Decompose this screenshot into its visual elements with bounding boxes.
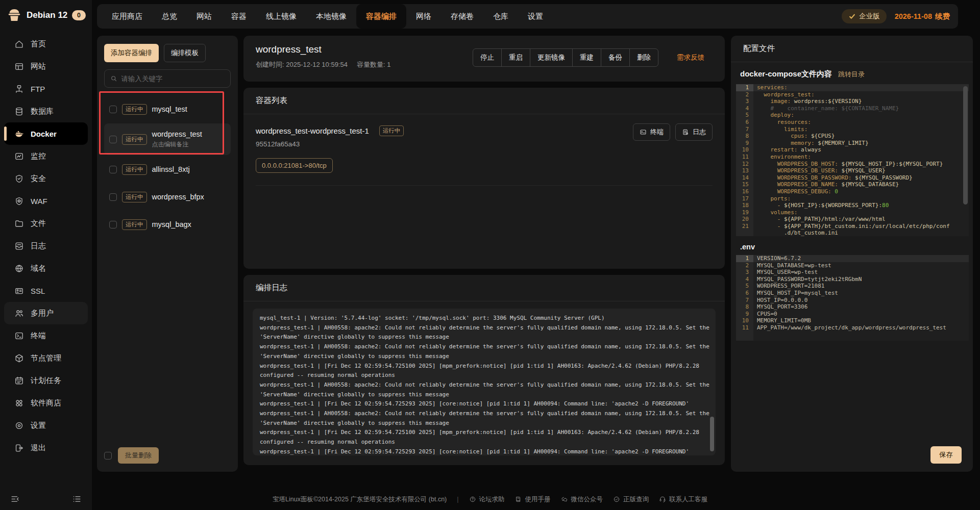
tab-settings[interactable]: 设置 [518, 4, 553, 29]
action-button-3[interactable]: 重建 [572, 48, 601, 67]
tab-volume[interactable]: 存储卷 [441, 4, 483, 29]
footer-link-genuine[interactable]: 正版查询 [613, 495, 649, 504]
footer-link-wechat[interactable]: 微信公众号 [561, 495, 603, 504]
tab-network[interactable]: 网络 [406, 4, 441, 29]
tab-local-image[interactable]: 本地镜像 [306, 4, 356, 29]
tab-repo[interactable]: 仓库 [483, 4, 518, 29]
compose-code-line: 3 image: wordpress:${VERSION} [736, 98, 969, 105]
search-input[interactable] [121, 75, 225, 83]
env-editor[interactable]: 1VERSION=6.7.22MYSQL_DATABASE=wp-test3MY… [736, 255, 969, 341]
sidebar-item-users[interactable]: 多用户 [4, 302, 88, 324]
compose-template-button[interactable]: 编排模板 [164, 44, 206, 62]
env-code-line: 3MYSQL_USER=wp-test [736, 269, 969, 276]
waf-icon [14, 196, 24, 206]
collapse-sidebar-icon[interactable] [10, 494, 20, 504]
ftp-icon [14, 84, 24, 94]
compose-editor[interactable]: 1services:2 wordpress_test:3 image: word… [736, 84, 969, 236]
menu-list-icon[interactable] [72, 494, 82, 504]
sidebar-item-security[interactable]: 安全 [4, 167, 88, 190]
message-count-badge[interactable]: 0 [72, 10, 86, 20]
item-checkbox[interactable] [109, 221, 117, 228]
item-checkbox[interactable] [109, 106, 117, 113]
compose-item-wordpress_test[interactable]: 运行中wordpress_test点击编辑备注 [104, 123, 231, 155]
log-line: mysql_test-1 | Version: '5.7.44-log' soc… [260, 314, 710, 323]
jump-to-directory-link[interactable]: 跳转目录 [838, 70, 865, 79]
select-all-checkbox[interactable] [104, 452, 112, 460]
footer-link-forum[interactable]: 论坛求助 [469, 495, 505, 504]
sidebar-item-website[interactable]: 网站 [4, 55, 88, 78]
compose-item-mysql_bagx[interactable]: 运行中mysql_bagx [104, 211, 231, 238]
line-number: 12 [736, 161, 753, 168]
sidebar-item-database[interactable]: 数据库 [4, 100, 88, 122]
sidebar-menu: 首页网站FTP数据库Docker监控安全WAF文件日志域名SSL多用户终端节点管… [0, 33, 92, 459]
feedback-link[interactable]: 需求反馈 [677, 53, 704, 62]
terminal-button[interactable]: 终端 [633, 123, 670, 141]
compose-code-line: 10 restart: always [736, 146, 969, 154]
edit-note-hint[interactable]: 点击编辑备注 [152, 140, 202, 149]
item-checkbox[interactable] [109, 166, 117, 173]
tab-remote-image[interactable]: 线上镜像 [256, 4, 306, 29]
running-status-badge: 运行中 [122, 219, 147, 230]
sidebar-item-domain[interactable]: 域名 [4, 257, 88, 279]
footer-link-support[interactable]: 联系人工客服 [659, 495, 707, 504]
sidebar-item-logout[interactable]: 退出 [4, 437, 88, 459]
footer-link-manual[interactable]: 使用手册 [515, 495, 551, 504]
compose-item-allinssl_8xtj[interactable]: 运行中allinssl_8xtj [104, 156, 231, 183]
sidebar-item-files[interactable]: 文件 [4, 212, 88, 235]
sidebar-item-ftp[interactable]: FTP [4, 78, 88, 100]
sidebar-item-docker[interactable]: Docker [4, 122, 88, 145]
footer-link-label: 使用手册 [525, 495, 551, 504]
log-output-area[interactable]: mysql_test-1 | Version: '5.7.44-log' soc… [253, 309, 716, 455]
compose-code-line: 2 wordpress_test: [736, 91, 969, 98]
tab-container[interactable]: 容器 [222, 4, 256, 29]
tab-website[interactable]: 网站 [187, 4, 222, 29]
compose-item-mysql_test[interactable]: 运行中mysql_test [104, 96, 231, 122]
sidebar-item-cron[interactable]: 计划任务 [4, 369, 88, 392]
sidebar-item-settings[interactable]: 设置 [4, 414, 88, 437]
action-button-4[interactable]: 备份 [601, 48, 630, 67]
created-time: 创建时间: 2025-12-12 10:59:54 [256, 60, 348, 69]
log-line: wordpress_test-1 | AH00558: apache2: Cou… [260, 380, 710, 399]
compose-code-line: 11 environment: [736, 154, 969, 161]
copyright-text: 宝塔Linux面板©2014-2025 广东堡塔安全技术有限公司 (bt.cn) [273, 495, 447, 504]
save-button[interactable]: 保存 [930, 446, 962, 464]
sidebar-item-nodes[interactable]: 节点管理 [4, 347, 88, 369]
line-number: 3 [736, 269, 753, 276]
tab-appstore[interactable]: 应用商店 [102, 4, 152, 29]
action-button-1[interactable]: 重启 [501, 48, 530, 67]
sidebar-item-logs[interactable]: 日志 [4, 235, 88, 257]
container-log-button[interactable]: 日志 [675, 123, 713, 141]
sidebar-item-label: 软件商店 [31, 398, 61, 408]
license-badge[interactable]: 企业版 [842, 9, 887, 23]
log-scrollbar-thumb[interactable] [710, 417, 714, 451]
compose-code-line: 8 cpus: ${CPUS} [736, 133, 969, 140]
sidebar-item-waf[interactable]: WAF [4, 190, 88, 212]
running-status-badge: 运行中 [122, 164, 147, 175]
log-line: wordpress_test-1 | [Fri Dec 12 02:59:54.… [260, 399, 710, 409]
item-checkbox[interactable] [109, 193, 117, 201]
compose-file-subtitle: docker-compose文件内容 [740, 69, 832, 79]
compose-code-line: 15 WORDPRESS_DB_NAME: ${MYSQL_DATABASE} [736, 181, 969, 188]
sidebar-item-home[interactable]: 首页 [4, 33, 88, 55]
tab-compose[interactable]: 容器编排 [356, 4, 406, 29]
editor-scrollbar-thumb[interactable] [963, 86, 968, 205]
batch-delete-button[interactable]: 批量删除 [118, 447, 159, 464]
env-file-title: .env [731, 236, 973, 255]
tab-overview[interactable]: 总览 [152, 4, 187, 29]
renew-link[interactable]: 2026-11-08续费 [895, 12, 950, 21]
sidebar-item-terminal[interactable]: 终端 [4, 324, 88, 347]
line-number: 16 [736, 188, 753, 195]
action-button-5[interactable]: 删除 [629, 48, 658, 67]
sidebar-item-ssl[interactable]: SSL [4, 279, 88, 302]
add-compose-button[interactable]: 添加容器编排 [104, 44, 159, 62]
action-button-0[interactable]: 停止 [473, 48, 502, 67]
log-line: wordpress_test-1 | AH00558: apache2: Cou… [260, 409, 710, 428]
compose-item-wordpress_bfpx[interactable]: 运行中wordpress_bfpx [104, 184, 231, 210]
orchestration-log-panel: 编排日志 mysql_test-1 | Version: '5.7.44-log… [243, 275, 725, 465]
line-number: 20 [736, 216, 753, 223]
item-checkbox[interactable] [109, 136, 117, 143]
sidebar-item-appstore[interactable]: 软件商店 [4, 392, 88, 414]
footer: 宝塔Linux面板©2014-2025 广东堡塔安全技术有限公司 (bt.cn)… [0, 489, 980, 510]
sidebar-item-monitor[interactable]: 监控 [4, 145, 88, 167]
action-button-2[interactable]: 更新镜像 [530, 48, 573, 67]
